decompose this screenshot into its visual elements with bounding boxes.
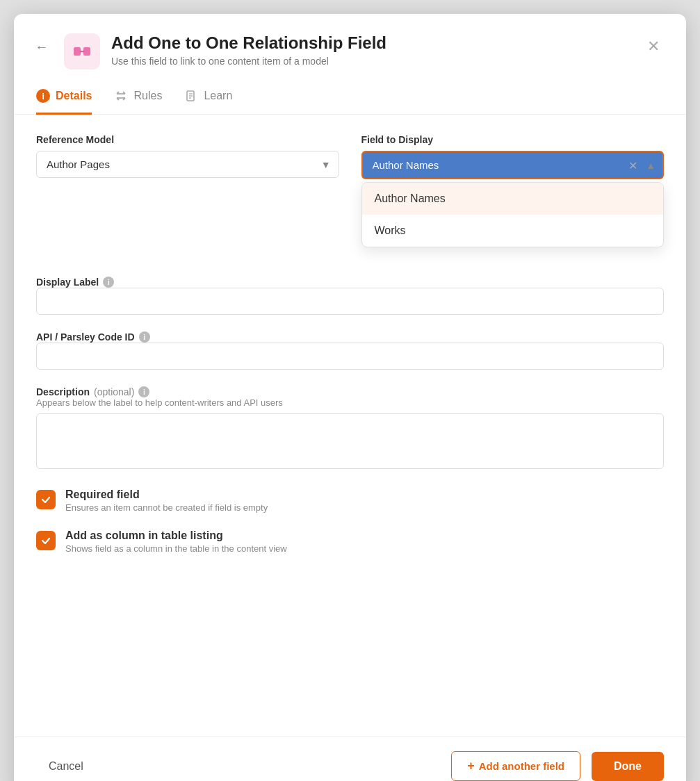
reference-model-label: Reference Model	[36, 134, 339, 145]
tab-rules-label: Rules	[133, 90, 162, 102]
display-label-info-icon: i	[103, 277, 114, 288]
modal-title-group: Add One to One Relationship Field Use th…	[111, 33, 632, 67]
reference-model-group: Reference Model Author Pages Author Name…	[36, 134, 339, 179]
add-as-column-text: Add as column in table listing Shows fie…	[65, 529, 287, 554]
modal-container: ← Add One to One Relationship Field Use …	[14, 14, 686, 781]
rules-tab-icon	[114, 89, 128, 103]
modal-body: Reference Model Author Pages Author Name…	[14, 115, 686, 737]
done-button[interactable]: Done	[592, 752, 664, 781]
required-field-description: Ensures an item cannot be created if fie…	[65, 502, 268, 513]
field-type-icon	[64, 33, 100, 69]
required-field-label: Required field	[65, 488, 268, 501]
modal-header: ← Add One to One Relationship Field Use …	[14, 14, 686, 69]
tab-rules[interactable]: Rules	[114, 89, 162, 115]
back-button[interactable]: ←	[31, 38, 53, 56]
add-as-column-checkbox[interactable]	[36, 531, 56, 550]
tab-details-label: Details	[56, 90, 92, 102]
field-display-wrapper: ✕ ▲	[361, 151, 665, 179]
reference-model-select[interactable]: Author Pages Author Names Works	[36, 151, 339, 178]
tab-bar: i Details Rules	[14, 75, 686, 115]
tab-learn-label: Learn	[204, 90, 232, 102]
modal-footer: Cancel + Add another field Done	[14, 737, 686, 781]
close-button[interactable]: ✕	[643, 36, 664, 57]
modal-subtitle: Use this field to link to one content it…	[111, 56, 632, 67]
footer-actions: + Add another field Done	[451, 751, 664, 781]
add-as-column-description: Shows field as a column in the table in …	[65, 543, 287, 554]
api-code-section: API / Parsley Code ID i	[36, 331, 664, 370]
description-optional: (optional)	[94, 386, 134, 397]
cancel-button[interactable]: Cancel	[36, 753, 96, 780]
plus-icon: +	[467, 759, 475, 773]
add-as-column-label: Add as column in table listing	[65, 529, 287, 542]
svg-point-4	[83, 51, 85, 53]
tab-details[interactable]: i Details	[36, 89, 92, 115]
field-dropdown-arrow-button[interactable]: ▲	[643, 158, 658, 172]
learn-tab-icon	[184, 89, 198, 103]
description-textarea[interactable]	[36, 413, 664, 469]
display-label-section: Display Label i	[36, 277, 664, 315]
api-code-input[interactable]	[36, 343, 664, 370]
display-label-label: Display Label i	[36, 277, 664, 288]
description-label: Description (optional) i	[36, 386, 664, 397]
details-tab-icon: i	[36, 89, 50, 103]
form-row-1: Reference Model Author Pages Author Name…	[36, 134, 664, 179]
field-to-display-dropdown: Author Names Works	[361, 182, 665, 247]
api-code-info-icon: i	[139, 331, 150, 343]
tab-learn[interactable]: Learn	[184, 89, 232, 115]
required-field-row: Required field Ensures an item cannot be…	[36, 488, 664, 513]
description-info-icon: i	[138, 386, 149, 397]
field-to-display-input[interactable]	[361, 151, 665, 179]
required-field-checkbox[interactable]	[36, 490, 56, 509]
add-as-column-row: Add as column in table listing Shows fie…	[36, 529, 664, 554]
description-hint: Appears below the label to help content-…	[36, 397, 664, 408]
field-clear-button[interactable]: ✕	[627, 157, 639, 173]
add-another-field-button[interactable]: + Add another field	[451, 751, 580, 781]
field-to-display-label: Field to Display	[361, 134, 665, 145]
modal-title: Add One to One Relationship Field	[111, 33, 632, 53]
description-section: Description (optional) i Appears below t…	[36, 386, 664, 472]
field-to-display-group: Field to Display ✕ ▲ Author Names Works	[361, 134, 665, 179]
field-display-actions: ✕ ▲	[627, 157, 658, 173]
display-label-input[interactable]	[36, 288, 664, 315]
api-code-label: API / Parsley Code ID i	[36, 331, 664, 343]
svg-point-3	[80, 51, 82, 53]
dropdown-item-author-names[interactable]: Author Names	[362, 183, 664, 215]
reference-model-select-wrapper: Author Pages Author Names Works ▼	[36, 151, 339, 178]
required-field-text: Required field Ensures an item cannot be…	[65, 488, 268, 513]
dropdown-item-works[interactable]: Works	[362, 215, 664, 247]
